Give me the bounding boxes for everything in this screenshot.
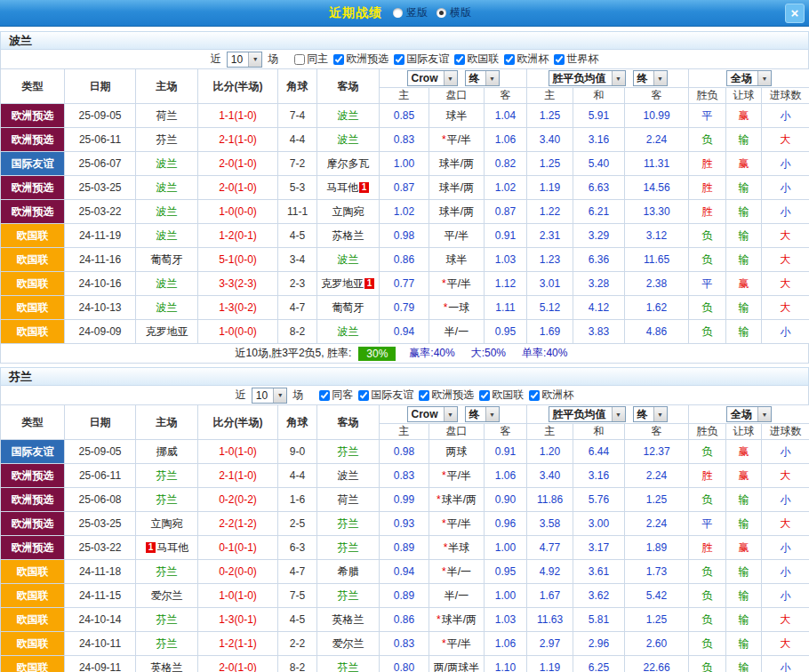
corner-score: 4-5 [278, 608, 317, 632]
away-team: 克罗地亚1 [317, 272, 380, 296]
layout-radio-option[interactable]: 横版 [437, 5, 471, 20]
filter-checkbox[interactable] [333, 54, 344, 65]
odds-final-select-value: 终 [469, 71, 485, 86]
full-match-select-value: 全场 [731, 407, 757, 422]
panel-title: 近期战绩 [329, 5, 382, 21]
avg-away: 2.24 [625, 128, 689, 152]
handicap: 球半 [429, 248, 485, 272]
avg-home: 3.58 [527, 512, 573, 536]
filter-checkbox[interactable] [479, 390, 490, 401]
filter-check-item[interactable]: 同主 [294, 52, 328, 67]
filter-check-item[interactable]: 世界杯 [554, 52, 598, 67]
filter-check-item[interactable]: 欧洲预选 [333, 52, 388, 67]
goals-result: 小 [762, 656, 809, 672]
handicap-result: 赢 [726, 464, 762, 488]
filter-checkbox[interactable] [319, 390, 330, 401]
avg-final-select[interactable]: 终▼ [633, 70, 668, 86]
team-name-text: 芬兰 [156, 565, 178, 578]
filter-checkbox[interactable] [394, 54, 404, 65]
home-team: 波兰 [136, 296, 198, 320]
handicap: 平/半 [429, 224, 485, 248]
recent-count-select-value: 10 [256, 389, 273, 402]
match-date: 24-10-16 [65, 272, 136, 296]
filter-check-item[interactable]: 欧洲杯 [529, 388, 573, 403]
avg-away: 3.12 [625, 224, 689, 248]
filter-checkbox[interactable] [554, 54, 565, 65]
filter-check-item[interactable]: 欧国联 [454, 52, 499, 67]
avg-draw: 5.76 [573, 488, 625, 512]
odds-home: 1.00 [380, 152, 429, 176]
team-name-text: 挪威 [156, 445, 178, 458]
odds-away: 1.00 [485, 584, 527, 608]
avg-select[interactable]: 胜平负均值▼ [549, 406, 626, 422]
away-team: 立陶宛 [317, 200, 380, 224]
avg-final-select[interactable]: 终▼ [633, 406, 668, 422]
avg-draw: 2.96 [573, 632, 625, 656]
filter-checkbox[interactable] [454, 54, 465, 65]
handicap-result: 输 [726, 248, 762, 272]
recent-count-select[interactable]: 10▼ [227, 52, 262, 68]
handicap: *球半/两 [429, 488, 485, 512]
avg-draw: 3.16 [573, 128, 625, 152]
odds-away: 1.06 [485, 464, 527, 488]
odds-away: 1.00 [485, 536, 527, 560]
table-body: 国际友谊25-09-05挪威1-0(1-0)9-0芬兰0.98两球0.911.2… [1, 440, 809, 672]
odds-group-header: Crow▼终▼ [380, 405, 527, 424]
asterisk-mark: * [444, 541, 448, 554]
full-match-select[interactable]: 全场▼ [726, 70, 772, 86]
goals-result: 大 [762, 464, 809, 488]
team-name-text: 荷兰 [338, 493, 359, 506]
handicap-result: 输 [726, 560, 762, 584]
odds-source-select[interactable]: Crow▼ [407, 406, 458, 422]
col-score-header: 比分(半场) [198, 69, 278, 104]
radio-icon[interactable] [393, 8, 403, 18]
filter-checkbox[interactable] [419, 390, 429, 401]
chevron-down-icon: ▼ [485, 71, 499, 85]
filter-check-item[interactable]: 国际友谊 [358, 388, 413, 403]
avg-select[interactable]: 胜平负均值▼ [549, 70, 626, 86]
team-name-text: 葡萄牙 [332, 301, 364, 314]
table-head: 类型日期主场比分(半场)角球客场Crow▼终▼胜平负均值▼终▼全场▼主盘口客主和… [1, 405, 809, 440]
odds-final-select[interactable]: 终▼ [465, 70, 500, 86]
goals-result: 大 [762, 224, 809, 248]
match-row: 欧国联24-10-14芬兰1-3(0-1)4-5英格兰0.86*球半/两1.03… [1, 608, 809, 632]
subcol-header: 进球数 [762, 424, 809, 440]
odds-source-select-value: Crow [412, 408, 444, 420]
close-button[interactable]: × [785, 4, 805, 23]
asterisk-mark: * [444, 301, 448, 314]
match-row: 欧国联24-10-11芬兰1-2(1-1)2-2爱尔兰0.83*平/半1.062… [1, 632, 809, 656]
odds-final-select[interactable]: 终▼ [465, 406, 500, 422]
filter-check-item[interactable]: 欧洲杯 [504, 52, 549, 67]
score: 1-2(0-1) [198, 224, 278, 248]
filter-checkbox[interactable] [504, 54, 515, 65]
filter-checkbox[interactable] [294, 54, 305, 65]
full-match-group-header: 全场▼ [689, 69, 809, 88]
match-row: 欧洲预选25-06-08芬兰0-2(0-2)1-6荷兰0.99*球半/两0.90… [1, 488, 809, 512]
home-team: 爱尔兰 [136, 584, 198, 608]
corner-score: 5-3 [278, 176, 317, 200]
filter-checkbox[interactable] [529, 390, 540, 401]
team-name-text: 英格兰 [332, 613, 364, 626]
filter-checkbox[interactable] [358, 390, 369, 401]
subcol-header: 进球数 [762, 88, 809, 104]
handicap: *一球 [429, 296, 485, 320]
corner-score: 7-4 [278, 104, 317, 128]
avg-away: 1.89 [625, 536, 689, 560]
filter-check-item[interactable]: 欧洲预选 [419, 388, 474, 403]
recent-count-select[interactable]: 10▼ [252, 388, 287, 404]
layout-radio-option[interactable]: 竖版 [393, 5, 428, 20]
recent-results-panel: 近期战绩 竖版横版 × 波兰近10▼场同主欧洲预选国际友谊欧国联欧洲杯世界杯类型… [0, 0, 809, 672]
filter-check-item[interactable]: 同客 [319, 388, 353, 403]
team-name-header: 芬兰 [0, 367, 809, 386]
layout-radio-group: 竖版横版 [393, 5, 480, 20]
filter-check-item[interactable]: 欧国联 [479, 388, 524, 403]
avg-draw: 3.62 [573, 584, 625, 608]
radio-selected-icon[interactable] [437, 8, 446, 18]
home-team: 波兰 [136, 200, 198, 224]
goals-result: 小 [762, 104, 809, 128]
match-row: 国际友谊25-09-05挪威1-0(1-0)9-0芬兰0.98两球0.911.2… [1, 440, 809, 464]
filter-check-item[interactable]: 国际友谊 [394, 52, 449, 67]
league-type-cell: 欧国联 [1, 272, 65, 296]
odds-source-select[interactable]: Crow▼ [407, 70, 458, 86]
full-match-select[interactable]: 全场▼ [726, 406, 772, 422]
